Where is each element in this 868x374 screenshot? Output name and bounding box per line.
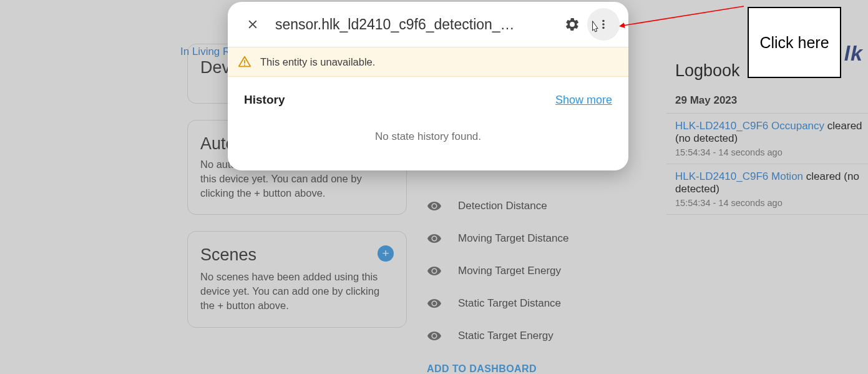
no-history-text: No state history found.	[244, 130, 612, 143]
pointer-cursor-icon	[588, 20, 602, 37]
warning-icon	[238, 55, 251, 69]
gear-icon	[565, 17, 580, 32]
warning-text: This entity is unavailable.	[260, 56, 375, 68]
annotation-text: Click here	[759, 34, 829, 52]
dialog-title: sensor.hlk_ld2410_c9f6_detection_…	[271, 16, 553, 33]
history-heading: History	[244, 93, 285, 107]
close-icon	[246, 17, 260, 31]
settings-button[interactable]	[560, 12, 585, 37]
close-button[interactable]	[240, 12, 265, 37]
show-more-link[interactable]: Show more	[555, 94, 612, 107]
entity-dialog: sensor.hlk_ld2410_c9f6_detection_… This …	[228, 2, 628, 170]
warning-banner: This entity is unavailable.	[228, 47, 628, 77]
annotation-callout: Click here	[748, 7, 841, 78]
